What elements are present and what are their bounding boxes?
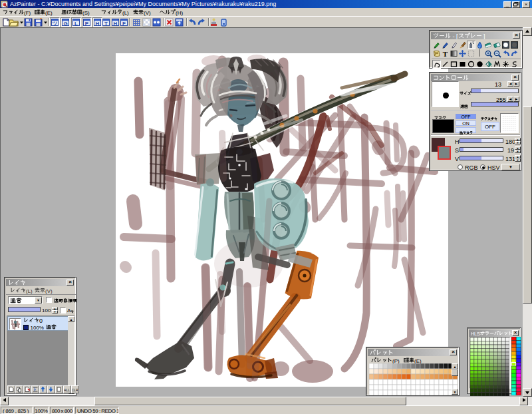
- svg-text:ALL: ALL: [64, 388, 70, 392]
- svg-text:CLR: CLR: [72, 388, 78, 392]
- svg-text:T: T: [443, 50, 448, 57]
